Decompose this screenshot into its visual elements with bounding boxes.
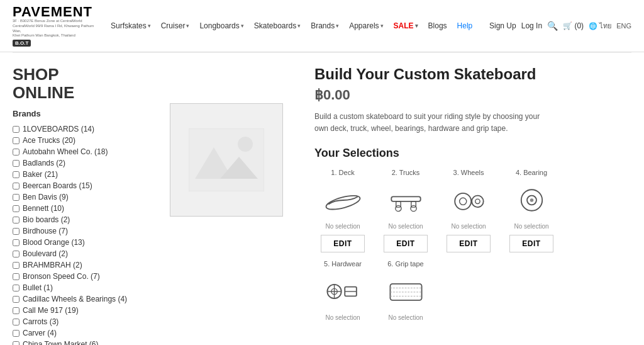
shop-online-title: SHOP ONLINE	[13, 65, 138, 101]
product-description: Build a custom skateboard to suit your r…	[314, 111, 553, 135]
nav-skateboards[interactable]: Skateboards ▾	[250, 19, 304, 33]
brands-heading: Brands	[13, 109, 138, 118]
brand-label: Cadillac Wheels & Bearings (4)	[23, 295, 127, 303]
selection-col: 5. Hardwear No selection	[314, 260, 371, 321]
your-selections-title: Your Selections	[314, 147, 631, 160]
brand-checkbox[interactable]	[13, 341, 19, 345]
main-nav: Surfskates ▾ Cruiser ▾ Longboards ▾ Skat…	[107, 19, 477, 33]
brand-item[interactable]: BRAHMBRAH (2)	[13, 259, 138, 271]
selection-label: 5. Hardwear	[324, 260, 362, 268]
brand-label: Bennett (10)	[23, 204, 64, 213]
brand-checkbox[interactable]	[13, 273, 19, 280]
brand-checkbox[interactable]	[13, 330, 19, 337]
sidebar: SHOP ONLINE Brands 1LOVEBOARDS (14)Ace T…	[13, 65, 138, 345]
search-icon[interactable]: 🔍	[547, 21, 558, 31]
brand-checkbox[interactable]	[13, 239, 19, 246]
brand-label: Birdhouse (7)	[23, 227, 68, 235]
brand-item[interactable]: Ace Trucks (20)	[13, 135, 138, 146]
nav-blogs[interactable]: Blogs	[425, 19, 451, 33]
brand-checkbox[interactable]	[13, 205, 19, 212]
selection-col: 2. Trucks No selection EDIT	[377, 169, 434, 252]
no-selection-text: No selection	[451, 223, 486, 230]
language-thai[interactable]: 🌐 ไทย	[589, 20, 611, 31]
brand-item[interactable]: Cadillac Wheels & Bearings (4)	[13, 293, 138, 305]
brand-label: BRAHMBRAH (2)	[23, 261, 82, 269]
selections-row1: 1. Deck No selection EDIT 2. Trucks No s…	[314, 169, 631, 252]
brand-label: Carver (4)	[23, 329, 57, 337]
brand-checkbox[interactable]	[13, 217, 19, 223]
edit-button[interactable]: EDIT	[509, 235, 553, 252]
logo[interactable]: PAVEMENT 3F · B3027E Bonus Zone at Centr…	[13, 5, 94, 47]
selection-icon	[321, 181, 365, 219]
brand-checkbox[interactable]	[13, 319, 19, 325]
brand-item[interactable]: Bio boards (2)	[13, 214, 138, 225]
brand-checkbox[interactable]	[13, 285, 19, 291]
brand-item[interactable]: Boulevard (2)	[13, 248, 138, 259]
brand-checkbox[interactable]	[13, 228, 19, 235]
brand-item[interactable]: Beercan Boards (15)	[13, 180, 138, 191]
brand-item[interactable]: Birdhouse (7)	[13, 225, 138, 237]
selection-icon	[447, 181, 491, 219]
product-placeholder-image	[170, 103, 283, 217]
brand-label: Beercan Boards (15)	[23, 181, 92, 190]
brand-checkbox[interactable]	[13, 160, 19, 167]
selection-col: 1. Deck No selection EDIT	[314, 169, 371, 252]
brand-label: Baker (21)	[23, 170, 58, 179]
svg-rect-5	[391, 196, 420, 201]
brand-item[interactable]: 1LOVEBOARDS (14)	[13, 123, 138, 135]
brand-checkbox[interactable]	[13, 149, 19, 156]
nav-cruiser[interactable]: Cruiser ▾	[157, 19, 194, 33]
edit-button[interactable]: EDIT	[321, 235, 365, 252]
language-english[interactable]: ENG	[616, 22, 631, 30]
edit-button[interactable]: EDIT	[447, 235, 491, 252]
brand-checkbox[interactable]	[13, 296, 19, 303]
brand-item[interactable]: Blood Orange (13)	[13, 237, 138, 248]
brand-item[interactable]: Call Me 917 (19)	[13, 305, 138, 316]
brand-checkbox[interactable]	[13, 126, 19, 133]
nav-brands[interactable]: Brands ▾	[307, 19, 343, 33]
brand-label: Ace Trucks (20)	[23, 136, 75, 145]
edit-button[interactable]: EDIT	[384, 235, 428, 252]
nav-apparels[interactable]: Apparels ▾	[345, 19, 387, 33]
nav-longboards[interactable]: Longboards ▾	[196, 19, 247, 33]
brand-item[interactable]: Bullet (1)	[13, 282, 138, 293]
brand-item[interactable]: Bennett (10)	[13, 203, 138, 214]
brand-item[interactable]: Carver (4)	[13, 327, 138, 339]
right-panel: Build Your Custom Skateboard ฿0.00 Build…	[314, 65, 631, 345]
product-price: ฿0.00	[314, 87, 631, 103]
brand-item[interactable]: Ben Davis (9)	[13, 191, 138, 203]
logo-dot: B.O.T	[13, 40, 31, 47]
cart-icon[interactable]: 🛒 (0)	[563, 21, 584, 30]
login-link[interactable]: Log In	[521, 21, 542, 30]
brand-checkbox[interactable]	[13, 194, 19, 201]
selection-label: 6. Grip tape	[387, 260, 423, 268]
brands-list: 1LOVEBOARDS (14)Ace Trucks (20)Autobahn …	[13, 123, 138, 345]
no-selection-text: No selection	[325, 223, 360, 230]
signup-link[interactable]: Sign Up	[489, 21, 516, 30]
svg-point-13	[475, 199, 479, 203]
brand-label: China Town Market (6)	[23, 340, 99, 345]
brand-checkbox[interactable]	[13, 251, 19, 257]
brand-checkbox[interactable]	[13, 307, 19, 314]
brand-checkbox[interactable]	[13, 262, 19, 269]
brand-label: Boulevard (2)	[23, 249, 68, 258]
nav-surfskates[interactable]: Surfskates ▾	[107, 19, 155, 33]
selection-col: 4. Bearing No selection EDIT	[503, 169, 560, 252]
nav-sale[interactable]: SALE ▾	[390, 19, 422, 33]
brand-item[interactable]: Bronson Speed Co. (7)	[13, 271, 138, 282]
brand-checkbox[interactable]	[13, 183, 19, 189]
brand-item[interactable]: China Town Market (6)	[13, 339, 138, 345]
no-selection-text: No selection	[514, 223, 548, 230]
nav-help[interactable]: Help	[453, 19, 477, 33]
brand-item[interactable]: Badlands (2)	[13, 157, 138, 169]
brand-label: Blood Orange (13)	[23, 238, 85, 247]
chevron-down-icon: ▾	[415, 23, 418, 29]
brand-item[interactable]: Baker (21)	[13, 169, 138, 180]
brand-item[interactable]: Carrots (3)	[13, 316, 138, 327]
brand-item[interactable]: Autobahn Wheel Co. (18)	[13, 146, 138, 157]
brand-checkbox[interactable]	[13, 137, 19, 144]
brand-checkbox[interactable]	[13, 171, 19, 178]
brand-label: Bullet (1)	[23, 283, 53, 292]
product-title: Build Your Custom Skateboard	[314, 65, 631, 83]
brand-label: Bronson Speed Co. (7)	[23, 272, 100, 281]
